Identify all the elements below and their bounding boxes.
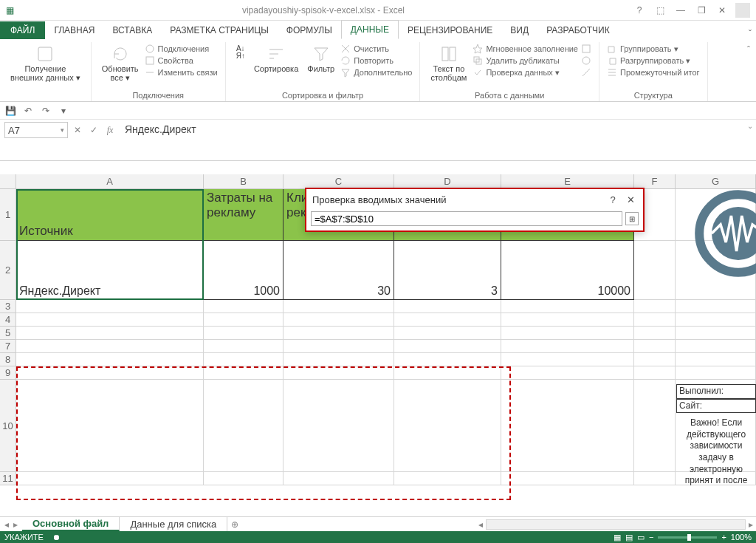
svg-point-8 <box>583 57 590 64</box>
sheet-tab-2[interactable]: Данные для списка <box>120 517 227 531</box>
connections-button[interactable]: Подключения <box>145 44 218 54</box>
macro-record-icon[interactable]: ⏺ <box>52 533 61 542</box>
column-header-b[interactable]: B <box>204 174 284 188</box>
svg-point-1 <box>146 45 154 52</box>
expand-formula-bar-icon[interactable]: ⌄ <box>747 122 753 130</box>
column-header-e[interactable]: E <box>501 174 634 188</box>
collapse-ribbon-icon[interactable]: ˇ <box>749 29 756 39</box>
tab-view[interactable]: ВИД <box>501 21 537 39</box>
close-icon[interactable]: ✕ <box>715 3 729 18</box>
row-header-1[interactable]: 1 <box>0 189 16 241</box>
reapply-button[interactable]: Повторить <box>340 55 412 66</box>
status-bar: УКАЖИТЕ ⏺ ▦ ▤ ▭ − + 100% <box>0 531 756 543</box>
user-avatar[interactable] <box>735 3 750 18</box>
save-icon[interactable]: 💾 <box>4 106 16 116</box>
zoom-level[interactable]: 100% <box>731 533 752 542</box>
tab-insert[interactable]: ВСТАВКА <box>103 21 161 39</box>
row-header-10[interactable]: 10 <box>0 380 16 472</box>
zoom-slider[interactable] <box>658 536 717 539</box>
formula-input[interactable]: Яндекс.Директ <box>122 122 747 158</box>
tab-page-layout[interactable]: РАЗМЕТКА СТРАНИЦЫ <box>161 21 278 39</box>
refresh-all-button[interactable]: Обновить все ▾ <box>99 44 142 84</box>
new-sheet-button[interactable]: ⊕ <box>227 517 242 531</box>
select-all-corner[interactable] <box>0 174 16 188</box>
restore-icon[interactable]: ❐ <box>694 3 709 18</box>
undo-icon[interactable]: ↶ <box>22 106 34 116</box>
dialog-close-icon[interactable]: ✕ <box>624 194 637 205</box>
what-if-button[interactable] <box>581 55 591 66</box>
row-header-3[interactable]: 3 <box>0 300 16 313</box>
text-to-columns-button[interactable]: Текст по столбцам <box>427 44 470 83</box>
ribbon-collapse-icon[interactable]: ˆ <box>741 42 756 101</box>
consolidate-button[interactable] <box>581 44 591 54</box>
cell-b1[interactable]: Затраты на рекламу <box>204 189 284 241</box>
row-header-4[interactable]: 4 <box>0 313 16 327</box>
row-header-5[interactable]: 5 <box>0 327 16 340</box>
view-page-break-icon[interactable]: ▭ <box>637 533 645 542</box>
view-normal-icon[interactable]: ▦ <box>614 533 621 542</box>
refedit-input[interactable] <box>311 211 622 226</box>
column-header-a[interactable]: A <box>16 174 204 188</box>
flash-fill-button[interactable]: Мгновенное заполнение <box>472 44 578 54</box>
sheet-nav-first-icon[interactable]: ◂ <box>4 519 9 530</box>
refedit-expand-icon[interactable]: ⊞ <box>625 212 639 225</box>
side-line-2: Сайт: <box>676 399 756 414</box>
horizontal-scrollbar[interactable]: ◂▸ <box>475 517 756 531</box>
tab-data[interactable]: ДАННЫЕ <box>341 20 399 39</box>
logo <box>694 189 756 280</box>
cell-b2[interactable]: 1000 <box>204 241 284 300</box>
svg-rect-2 <box>146 57 154 64</box>
data-validation-button[interactable]: Проверка данных ▾ <box>472 67 578 78</box>
tab-home[interactable]: ГЛАВНАЯ <box>45 21 103 39</box>
customize-qat-icon[interactable]: ▾ <box>58 106 69 116</box>
column-header-g[interactable]: G <box>676 174 756 188</box>
subtotal-button[interactable]: Промежуточный итог <box>607 67 700 78</box>
advanced-filter-button[interactable]: Дополнительно <box>340 67 412 78</box>
name-box[interactable]: A7▾ <box>4 122 68 138</box>
clear-filter-button[interactable]: Очистить <box>340 44 412 54</box>
cell-d2[interactable]: 3 <box>394 241 501 300</box>
tab-developer[interactable]: РАЗРАБОТЧИК <box>537 21 619 39</box>
view-page-layout-icon[interactable]: ▤ <box>625 533 633 542</box>
dialog-help-icon[interactable]: ? <box>606 194 619 205</box>
cancel-formula-icon[interactable]: ✕ <box>70 122 85 138</box>
cell-a2[interactable]: Яндекс.Директ <box>16 241 204 300</box>
relationships-button[interactable] <box>581 67 591 78</box>
get-external-data-button[interactable]: Получение внешних данных ▾ <box>7 44 83 84</box>
sheet-tab-bar: ◂ ▸ Основной файл Данные для списка ⊕ ◂▸ <box>0 516 756 531</box>
row-header-2[interactable]: 2 <box>0 241 16 300</box>
sheet-nav-last-icon[interactable]: ▸ <box>13 519 18 530</box>
help-icon[interactable]: ? <box>632 3 647 18</box>
row-header-8[interactable]: 8 <box>0 353 16 366</box>
zoom-out-icon[interactable]: − <box>649 533 653 542</box>
cell-e2[interactable]: 10000 <box>501 241 634 300</box>
row-header-7[interactable]: 7 <box>0 340 16 353</box>
sort-az-button[interactable]: А↓ Я↑ <box>233 44 248 61</box>
filter-button[interactable]: Фильтр <box>304 44 337 75</box>
column-header-c[interactable]: C <box>284 174 394 188</box>
sheet-tab-1[interactable]: Основной файл <box>22 517 120 531</box>
properties-button[interactable]: Свойства <box>145 55 218 66</box>
redo-icon[interactable]: ↷ <box>40 106 52 116</box>
cell-a1[interactable]: Источник <box>16 189 204 241</box>
row-header-9[interactable]: 9 <box>0 366 16 380</box>
zoom-in-icon[interactable]: + <box>721 533 726 542</box>
remove-duplicates-button[interactable]: Удалить дубликаты <box>472 55 578 66</box>
quick-access-toolbar: 💾 ↶ ↷ ▾ <box>0 102 756 120</box>
tab-formulas[interactable]: ФОРМУЛЫ <box>278 21 341 39</box>
edit-links-button[interactable]: Изменить связи <box>145 67 218 78</box>
tab-review[interactable]: РЕЦЕНЗИРОВАНИЕ <box>399 21 501 39</box>
sort-button[interactable]: Сортировка <box>251 44 301 75</box>
ungroup-button[interactable]: Разгруппировать ▾ <box>607 55 700 66</box>
enter-formula-icon[interactable]: ✓ <box>86 122 101 138</box>
cell-f2[interactable] <box>634 241 676 300</box>
minimize-icon[interactable]: — <box>673 3 688 18</box>
ribbon-display-icon[interactable]: ⬚ <box>653 3 667 18</box>
row-header-11[interactable]: 11 <box>0 472 16 485</box>
column-header-d[interactable]: D <box>394 174 501 188</box>
file-tab[interactable]: ФАЙЛ <box>0 21 45 39</box>
cell-c2[interactable]: 30 <box>284 241 394 300</box>
column-header-f[interactable]: F <box>634 174 676 188</box>
group-button[interactable]: Группировать ▾ <box>607 44 700 54</box>
insert-function-icon[interactable]: fx <box>103 122 117 138</box>
